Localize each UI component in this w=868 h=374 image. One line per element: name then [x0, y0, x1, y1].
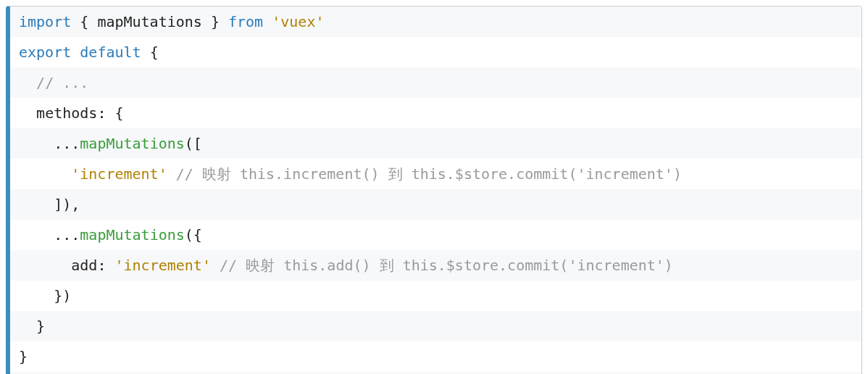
identifier: mapMutations — [97, 13, 202, 30]
colon: : — [97, 257, 114, 274]
indent — [19, 226, 54, 244]
string-literal: 'increment' — [71, 165, 167, 183]
brace: } — [19, 348, 28, 365]
code-line: } — [10, 341, 861, 372]
space — [141, 43, 150, 61]
code-line: add: 'increment' // 映射 this.add() 到 this… — [10, 250, 861, 280]
code-line: // ... — [10, 67, 861, 98]
brace: { — [114, 104, 123, 122]
brace: { — [71, 13, 97, 30]
code-line: ]), — [10, 189, 861, 220]
paren-open: ({ — [185, 226, 202, 244]
indent — [19, 257, 71, 274]
space — [263, 13, 272, 30]
paren-open: ([ — [185, 135, 202, 152]
brace: } — [36, 317, 45, 335]
string-literal: 'vuex' — [272, 13, 324, 30]
keyword-default: default — [80, 43, 141, 61]
code-line: } — [10, 311, 861, 341]
property-key: add — [71, 257, 97, 274]
code-line: ...mapMutations([ — [10, 128, 861, 159]
code-line: }) — [10, 280, 861, 311]
spread-operator: ... — [54, 226, 80, 244]
string-literal: 'increment' — [114, 257, 210, 274]
comment: // 映射 this.increment() 到 this.$store.com… — [176, 165, 682, 183]
keyword-from: from — [228, 13, 263, 30]
code-block: import { mapMutations } from 'vuex' expo… — [6, 6, 862, 374]
paren-close: }) — [54, 287, 71, 304]
code-line: ...mapMutations({ — [10, 220, 861, 250]
code-line: methods: { — [10, 98, 861, 128]
brace: { — [150, 43, 159, 61]
function-name: mapMutations — [80, 226, 185, 244]
indent — [19, 165, 71, 183]
indent — [19, 317, 36, 335]
space — [211, 257, 220, 274]
space — [71, 43, 80, 61]
colon: : — [97, 104, 114, 122]
code-line: import { mapMutations } from 'vuex' — [10, 7, 861, 37]
indent — [19, 74, 36, 91]
function-name: mapMutations — [80, 135, 185, 152]
space — [167, 165, 176, 183]
code-line: export default { — [10, 37, 861, 67]
paren-close: ]), — [54, 196, 80, 213]
indent — [19, 104, 36, 122]
keyword-import: import — [19, 13, 71, 30]
comment: // 映射 this.add() 到 this.$store.commit('i… — [220, 257, 673, 274]
indent — [19, 135, 54, 152]
keyword-export: export — [19, 43, 71, 61]
property-name: methods — [36, 104, 97, 122]
brace: } — [202, 13, 228, 30]
indent — [19, 287, 54, 304]
indent — [19, 196, 54, 213]
code-line: 'increment' // 映射 this.increment() 到 thi… — [10, 159, 861, 189]
spread-operator: ... — [54, 135, 80, 152]
comment: // ... — [36, 74, 88, 91]
